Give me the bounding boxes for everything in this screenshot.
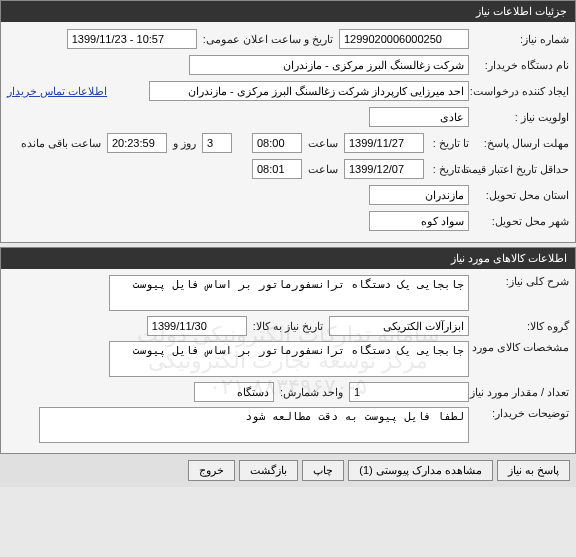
respond-button[interactable]: پاسخ به نیاز — [497, 460, 570, 481]
general-desc-field[interactable] — [109, 275, 469, 311]
requester-label: ایجاد کننده درخواست: — [469, 85, 569, 98]
goods-spec-label: مشخصات کالای مورد نیاز: — [469, 341, 569, 353]
city-field[interactable] — [369, 211, 469, 231]
remaining-label: ساعت باقی مانده — [15, 137, 107, 150]
quantity-label: تعداد / مقدار مورد نیاز: — [469, 386, 569, 399]
validity-time-field[interactable] — [252, 159, 302, 179]
time-label-2: ساعت — [302, 163, 344, 176]
requester-field[interactable] — [149, 81, 469, 101]
to-date-label-2: تا تاریخ : — [424, 163, 469, 176]
panel2-title: اطلاعات کالاهای مورد نیاز — [1, 248, 575, 269]
province-label: استان محل تحویل: — [469, 189, 569, 202]
buyer-org-field[interactable] — [189, 55, 469, 75]
priority-label: اولویت نیاز : — [469, 111, 569, 124]
attachments-button[interactable]: مشاهده مدارک پیوستی (1) — [348, 460, 493, 481]
exit-button[interactable]: خروج — [188, 460, 235, 481]
buyer-org-label: نام دستگاه خریدار: — [469, 59, 569, 72]
validity-date-field[interactable] — [344, 159, 424, 179]
public-date-field[interactable] — [67, 29, 197, 49]
goods-date-label: تاریخ نیاز به کالا: — [247, 320, 329, 333]
province-field[interactable] — [369, 185, 469, 205]
countdown-field[interactable] — [107, 133, 167, 153]
time-label-1: ساعت — [302, 137, 344, 150]
days-remaining-field[interactable] — [202, 133, 232, 153]
buyer-notes-field[interactable] — [39, 407, 469, 443]
need-number-field[interactable] — [339, 29, 469, 49]
priority-field[interactable] — [369, 107, 469, 127]
print-button[interactable]: چاپ — [302, 460, 344, 481]
city-label: شهر محل تحویل: — [469, 215, 569, 228]
response-deadline-label: مهلت ارسال پاسخ: — [469, 137, 569, 150]
panel1-title: جزئیات اطلاعات نیاز — [1, 1, 575, 22]
min-validity-label: حداقل تاریخ اعتبار قیمت: — [469, 163, 569, 175]
response-time-field[interactable] — [252, 133, 302, 153]
goods-date-field[interactable] — [147, 316, 247, 336]
public-date-label: تاریخ و ساعت اعلان عمومی: — [197, 33, 339, 46]
day-and-label: روز و — [167, 137, 202, 150]
button-bar: پاسخ به نیاز مشاهده مدارک پیوستی (1) چاپ… — [0, 454, 576, 487]
response-date-field[interactable] — [344, 133, 424, 153]
back-button[interactable]: بازگشت — [239, 460, 298, 481]
buyer-notes-label: توضیحات خریدار: — [469, 407, 569, 420]
goods-group-label: گروه کالا: — [469, 320, 569, 333]
contact-link[interactable]: اطلاعات تماس خریدار — [7, 85, 107, 98]
unit-label: واحد شمارش: — [274, 386, 349, 399]
quantity-field[interactable] — [349, 382, 469, 402]
unit-field[interactable] — [194, 382, 274, 402]
need-number-label: شماره نیاز: — [469, 33, 569, 46]
goods-spec-field[interactable] — [109, 341, 469, 377]
general-desc-label: شرح کلی نیاز: — [469, 275, 569, 288]
goods-group-field[interactable] — [329, 316, 469, 336]
to-date-label: تا تاریخ : — [424, 137, 469, 150]
goods-info-panel: اطلاعات کالاهای مورد نیاز سامانه تدارکات… — [0, 247, 576, 454]
need-info-panel: جزئیات اطلاعات نیاز شماره نیاز: تاریخ و … — [0, 0, 576, 243]
